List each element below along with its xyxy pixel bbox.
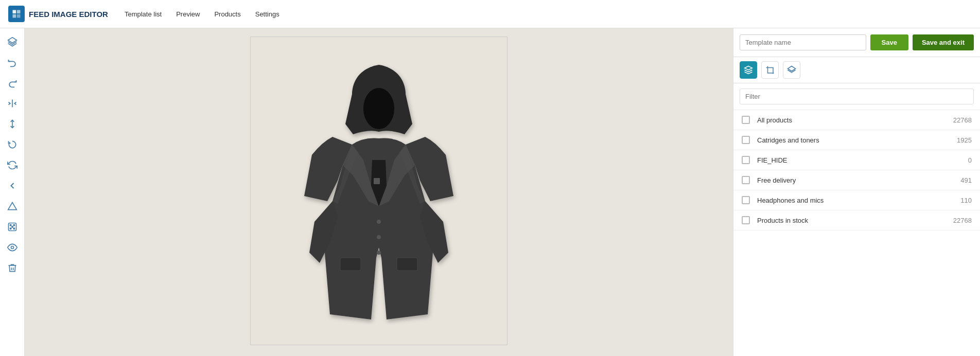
template-name-input[interactable] xyxy=(740,34,866,50)
nav-template-list[interactable]: Template list xyxy=(125,8,162,20)
back-button[interactable] xyxy=(3,176,22,195)
layers-tool-button[interactable] xyxy=(3,32,22,51)
cube-tool-button[interactable] xyxy=(740,61,757,79)
brand: FEED IMAGE EDITOR xyxy=(8,6,108,22)
filter-area xyxy=(733,83,980,110)
move-vertical-button[interactable] xyxy=(3,115,22,133)
nav-products[interactable]: Products xyxy=(214,8,240,20)
eye-button[interactable] xyxy=(3,238,22,257)
svg-point-18 xyxy=(377,220,381,224)
product-count: 22768 xyxy=(953,217,972,224)
list-item[interactable]: Catridges and toners 1925 xyxy=(733,130,980,150)
list-item[interactable]: Headphones and mics 110 xyxy=(733,190,980,210)
canvas-frame xyxy=(250,37,507,345)
product-count: 1925 xyxy=(957,136,972,144)
product-label: FIE_HIDE xyxy=(757,156,964,164)
brand-icon xyxy=(8,6,25,22)
panel-toolbar xyxy=(733,57,980,83)
product-count: 0 xyxy=(968,156,972,164)
product-label: All products xyxy=(757,116,949,124)
svg-rect-2 xyxy=(13,14,16,18)
redo-button[interactable] xyxy=(3,74,22,92)
svg-rect-1 xyxy=(17,10,21,14)
svg-point-10 xyxy=(13,224,15,226)
nav-preview[interactable]: Preview xyxy=(176,8,200,20)
svg-point-19 xyxy=(377,235,381,239)
list-item[interactable]: FIE_HIDE 0 xyxy=(733,150,980,170)
right-panel: Save Save and exit xyxy=(733,28,980,356)
svg-marker-7 xyxy=(8,203,16,210)
svg-rect-22 xyxy=(340,258,361,271)
svg-point-13 xyxy=(11,226,13,228)
triangle-button[interactable] xyxy=(3,197,22,216)
save-and-exit-button[interactable]: Save and exit xyxy=(913,34,974,50)
svg-point-9 xyxy=(10,224,11,226)
layers-panel-button[interactable] xyxy=(783,61,800,79)
product-count: 110 xyxy=(960,197,972,204)
product-label: Catridges and toners xyxy=(757,136,953,144)
list-item[interactable]: Products in stock 22768 xyxy=(733,210,980,230)
svg-point-14 xyxy=(11,246,13,249)
dice-button[interactable] xyxy=(3,218,22,236)
product-checkbox-all[interactable] xyxy=(742,116,750,124)
product-image xyxy=(291,57,466,325)
svg-point-12 xyxy=(13,228,15,229)
svg-rect-3 xyxy=(17,14,21,18)
product-checkbox-products-in-stock[interactable] xyxy=(742,216,750,224)
crop-tool-button[interactable] xyxy=(761,61,779,79)
canvas-area xyxy=(25,28,733,356)
left-toolbar xyxy=(0,28,25,356)
filter-input[interactable] xyxy=(740,88,974,104)
list-item[interactable]: Free delivery 491 xyxy=(733,170,980,190)
svg-point-11 xyxy=(10,228,11,229)
product-checkbox-headphones[interactable] xyxy=(742,196,750,204)
flip-horizontal-button[interactable] xyxy=(3,94,22,113)
app-title: FEED IMAGE EDITOR xyxy=(29,10,108,19)
nav-links: Template list Preview Products Settings xyxy=(125,8,279,20)
product-checkbox-fie-hide[interactable] xyxy=(742,156,750,164)
canvas-image xyxy=(251,37,507,345)
product-label: Headphones and mics xyxy=(757,197,956,204)
save-button[interactable]: Save xyxy=(870,34,908,50)
svg-rect-21 xyxy=(374,178,380,184)
svg-rect-0 xyxy=(13,10,16,14)
product-label: Free delivery xyxy=(757,176,956,184)
list-item[interactable]: All products 22768 xyxy=(733,110,980,130)
svg-rect-23 xyxy=(397,258,417,271)
main-layout: Save Save and exit xyxy=(0,28,980,356)
reset-button[interactable] xyxy=(3,156,22,174)
svg-point-17 xyxy=(363,88,394,129)
topnav: FEED IMAGE EDITOR Template list Preview … xyxy=(0,0,980,28)
svg-point-20 xyxy=(377,251,381,255)
product-list: All products 22768 Catridges and toners … xyxy=(733,110,980,356)
nav-settings[interactable]: Settings xyxy=(255,8,279,20)
product-count: 491 xyxy=(960,176,972,184)
product-count: 22768 xyxy=(953,116,972,124)
right-panel-header: Save Save and exit xyxy=(733,28,980,57)
undo-button[interactable] xyxy=(3,53,22,72)
product-checkbox-free-delivery[interactable] xyxy=(742,176,750,184)
product-checkbox-cartridges[interactable] xyxy=(742,136,750,144)
product-label: Products in stock xyxy=(757,217,949,224)
trash-button[interactable] xyxy=(3,259,22,277)
rotate-button[interactable] xyxy=(3,135,22,154)
